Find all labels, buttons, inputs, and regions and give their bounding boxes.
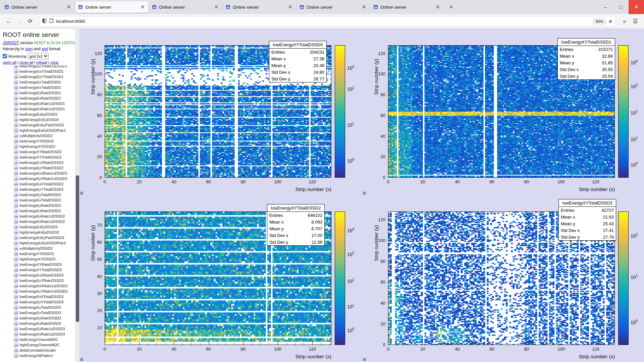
colorbar-lowEnergyXYTotalDSSD3[interactable] bbox=[618, 212, 629, 345]
tree-item-lowEnergyExXRateDSSD2[interactable]: lowEnergyExXRateDSSD2 bbox=[3, 160, 75, 165]
sidebar-scrollbar[interactable] bbox=[75, 29, 79, 362]
tree-item-lowEnergyExRate1sDSSD2[interactable]: lowEnergyExRate1sDSSD2 bbox=[3, 219, 75, 224]
tree-item-lowEnergyXYRateDSSD3[interactable]: lowEnergyXYRateDSSD3 bbox=[3, 262, 75, 267]
monitoring-checkbox[interactable] bbox=[3, 54, 7, 58]
tree-item-lowEnergyExRateDSSD3[interactable]: lowEnergyExRateDSSD3 bbox=[3, 321, 75, 326]
tree-item-lowEnergyExRateDSSD1[interactable]: lowEnergyExRateDSSD1 bbox=[3, 96, 75, 101]
menu-hamburger-icon[interactable]: ☰ bbox=[630, 16, 641, 27]
url-text[interactable]: localhost:8085 bbox=[56, 19, 591, 24]
tree-item-lowEnergyHitPattern[interactable]: lowEnergyHitPattern bbox=[3, 353, 75, 358]
json-link[interactable]: json bbox=[25, 47, 33, 51]
tree-item-highEnergyExEyDSSDPair3[interactable]: highEnergyExEyDSSDPair3 bbox=[3, 240, 75, 246]
forward-button[interactable]: → bbox=[14, 16, 25, 27]
action-link-clear[interactable]: clear bbox=[50, 60, 59, 64]
grid-splitter-handle[interactable] bbox=[363, 192, 366, 195]
tree-item-lowEnergyExEyPairDSSD3[interactable]: lowEnergyExEyPairDSSD3 bbox=[3, 235, 75, 240]
action-link-close-all[interactable]: close all bbox=[19, 60, 34, 64]
tab-close-icon[interactable]: ✕ bbox=[361, 4, 367, 10]
tree-item-lowEnergyXYDSSD2[interactable]: lowEnergyXYDSSD2 bbox=[3, 138, 75, 144]
browser-tab[interactable]: Online server✕ bbox=[149, 1, 222, 13]
tree-item-lowEnergyExRate1sDSSD1[interactable]: lowEnergyExRate1sDSSD1 bbox=[3, 106, 75, 112]
back-button[interactable]: ← bbox=[3, 16, 14, 27]
colorbar-lowEnergyXYTotalDSSD1[interactable] bbox=[618, 45, 629, 178]
tree-item-lowEnergyExTotalDSSD2[interactable]: lowEnergyExTotalDSSD2 bbox=[3, 197, 75, 203]
bookmark-star-icon[interactable]: ★ bbox=[608, 18, 613, 24]
new-tab-button[interactable]: + bbox=[445, 2, 457, 12]
zoom-level-badge[interactable]: 90% bbox=[593, 18, 606, 24]
tree-item-lowEnergyEyYRate1sDSSD1[interactable]: lowEnergyEyYRate1sDSSD1 bbox=[3, 65, 75, 69]
tree-item-lowEnergyExRate1sDSSD3[interactable]: lowEnergyExRate1sDSSD3 bbox=[3, 331, 75, 337]
action-link-open-all[interactable]: open all bbox=[3, 60, 16, 64]
tree-item-lowEnergyEyYTotalDSSD1[interactable]: lowEnergyEyYTotalDSSD1 bbox=[3, 74, 75, 79]
tree-item-lowEnergyXYRateDSSD2[interactable]: lowEnergyXYRateDSSD2 bbox=[3, 149, 75, 155]
tree-item-lowEnergyEyYRateDSSD3[interactable]: lowEnergyEyYRateDSSD3 bbox=[3, 278, 75, 283]
tree-item-lowEnergyXYTotalDSSD2[interactable]: lowEnergyXYTotalDSSD2 bbox=[3, 155, 75, 160]
tree-item-lowEnergyXYTotalDSSD3[interactable]: lowEnergyXYTotalDSSD3 bbox=[3, 267, 75, 273]
tree-item-lowEnergyEyYRate1sDSSD3[interactable]: lowEnergyEyYRate1sDSSD3 bbox=[3, 289, 75, 294]
tree-item-lowEnergyExXTotalDSSD3[interactable]: lowEnergyExXTotalDSSD3 bbox=[3, 294, 75, 299]
tab-close-icon[interactable]: ✕ bbox=[213, 4, 220, 10]
tree-item-lowEnergyExXRate1sDSSD3[interactable]: lowEnergyExXRate1sDSSD3 bbox=[3, 283, 75, 289]
tree-item-lowEnergyExEyPairDSSD2[interactable]: lowEnergyExEyPairDSSD2 bbox=[3, 122, 75, 128]
overflow-chevrons-icon[interactable]: » bbox=[619, 16, 630, 27]
browser-tab[interactable]: Online server✕ bbox=[2, 1, 75, 13]
colorbar-lowEnergyXYTotalDSSD2[interactable] bbox=[335, 212, 345, 345]
tree-item-lowEnergyEyYRateDSSD2[interactable]: lowEnergyEyYRateDSSD2 bbox=[3, 165, 75, 171]
tree-item-lowEnergyExXRate1sDSSD2[interactable]: lowEnergyExXRate1sDSSD2 bbox=[3, 171, 75, 176]
tree-item-lowEnergyEyRateDSSD3[interactable]: lowEnergyEyRateDSSD3 bbox=[3, 315, 75, 321]
browser-tab[interactable]: Online server✕ bbox=[297, 1, 370, 13]
tree-item-lowEnergyEyTotalDSSD1[interactable]: lowEnergyEyTotalDSSD1 bbox=[3, 79, 75, 85]
tree-item-lowEnergyEyRate1sDSSD2[interactable]: lowEnergyEyRate1sDSSD2 bbox=[3, 214, 75, 219]
tree-item-highEnergyChannelADC[interactable]: highEnergyChannelADC bbox=[3, 342, 75, 348]
minimize-button[interactable]: – bbox=[598, 0, 613, 14]
tab-close-icon[interactable]: ✕ bbox=[139, 4, 146, 10]
shield-icon[interactable] bbox=[42, 18, 47, 25]
colorbar-lowEnergyXYTotalDSSD0[interactable] bbox=[335, 45, 345, 178]
tree-item-xyMultiplicityDSSD2[interactable]: xyMultiplicityDSSD2 bbox=[3, 133, 75, 138]
reload-button[interactable]: ⟳ bbox=[25, 16, 36, 27]
tree-item-highEnergyExEyDSSD2[interactable]: highEnergyExEyDSSD2 bbox=[3, 117, 75, 122]
tab-close-icon[interactable]: ✕ bbox=[434, 4, 441, 10]
tree-item-lowEnergyEyYRate1sDSSD2[interactable]: lowEnergyEyYRate1sDSSD2 bbox=[3, 176, 75, 181]
tree-item-lowEnergyExTotalDSSD3[interactable]: lowEnergyExTotalDSSD3 bbox=[3, 310, 75, 315]
tree-item-lowEnergyEyTotalDSSD2[interactable]: lowEnergyEyTotalDSSD2 bbox=[3, 192, 75, 197]
sidebar-scrollbar-thumb[interactable] bbox=[76, 175, 79, 322]
tab-close-icon[interactable]: ✕ bbox=[287, 4, 293, 10]
jsroot-link[interactable]: JSROOT bbox=[3, 41, 19, 45]
browser-tab[interactable]: Online server✕ bbox=[223, 1, 296, 13]
tree-item-lowEnergyEyTotalDSSD3[interactable]: lowEnergyEyTotalDSSD3 bbox=[3, 305, 75, 310]
stats-box-lowEnergyXYTotalDSSD0[interactable]: lowEnergyXYTotalDSSD0Entries204231Mean x… bbox=[269, 41, 327, 82]
close-window-button[interactable]: ✕ bbox=[629, 0, 644, 14]
browser-tab[interactable]: Online server✕ bbox=[371, 1, 444, 13]
xml-link[interactable]: xml bbox=[42, 47, 48, 51]
tree-item-lowEnergyChannelADC[interactable]: lowEnergyChannelADC bbox=[3, 337, 75, 342]
grid-splitter-handle[interactable] bbox=[80, 192, 83, 195]
tree-item-lowEnergyEyYTotalDSSD3[interactable]: lowEnergyEyYTotalDSSD3 bbox=[3, 299, 75, 305]
tree-item-lowEnergyXYDSSD3[interactable]: lowEnergyXYDSSD3 bbox=[3, 251, 75, 256]
tree-item-highEnergyExEyDSSDPair2[interactable]: highEnergyExEyDSSDPair2 bbox=[3, 128, 75, 133]
tree-item-lowEnergyExRateDSSD2[interactable]: lowEnergyExRateDSSD2 bbox=[3, 208, 75, 214]
tree-item-lowEnergyExTotalDSSD1[interactable]: lowEnergyExTotalDSSD1 bbox=[3, 85, 75, 90]
tree-item-xyMultiplicityDSSD3[interactable]: xyMultiplicityDSSD3 bbox=[3, 246, 75, 251]
tree-item-lowEnergyExXTotalDSSD2[interactable]: lowEnergyExXTotalDSSD2 bbox=[3, 181, 75, 187]
tree-item-highEnergyExEyDSSD3[interactable]: highEnergyExEyDSSD3 bbox=[3, 230, 75, 235]
page-info-icon[interactable] bbox=[49, 18, 54, 24]
tree-item-lowEnergyEyRateDSSD1[interactable]: lowEnergyEyRateDSSD1 bbox=[3, 90, 75, 96]
stats-box-lowEnergyXYTotalDSSD3[interactable]: lowEnergyXYTotalDSSD3Entries42727Mean x2… bbox=[558, 199, 616, 241]
tree-item-lowEnergyEyRate1sDSSD1[interactable]: lowEnergyEyRate1sDSSD1 bbox=[3, 101, 75, 106]
maximize-button[interactable]: □ bbox=[613, 0, 629, 14]
tree-item-lowEnergyEyYTotalDSSD2[interactable]: lowEnergyEyYTotalDSSD2 bbox=[3, 187, 75, 192]
grid-layout-select[interactable]: grid 2x2 bbox=[28, 53, 49, 59]
tree-item-lowEnergyEyRate1sDSSD3[interactable]: lowEnergyEyRate1sDSSD3 bbox=[3, 326, 75, 331]
grid-splitter-handle[interactable] bbox=[80, 358, 83, 361]
stats-box-lowEnergyXYTotalDSSD1[interactable]: lowEnergyXYTotalDSSD1Entries315271Mean x… bbox=[557, 38, 615, 80]
tree-item-lowEnergyExEyDSSD3[interactable]: lowEnergyExEyDSSD3 bbox=[3, 224, 75, 230]
tree-item-lowEnergyExXTotalDSSD1[interactable]: lowEnergyExXTotalDSSD1 bbox=[3, 69, 75, 74]
stats-box-lowEnergyXYTotalDSSD2[interactable]: lowEnergyXYTotalDSSD2Entries646102Mean x… bbox=[267, 204, 325, 246]
tree-item-deltaCorrelationScaler[interactable]: deltaCorrelationScaler bbox=[3, 348, 75, 353]
tree-item-highEnergyXYDSSD3[interactable]: highEnergyXYDSSD3 bbox=[3, 256, 75, 262]
grid-splitter-handle[interactable] bbox=[363, 358, 366, 361]
browser-tab[interactable]: Online server✕ bbox=[75, 1, 149, 13]
tree-item-lowEnergyExXRateDSSD3[interactable]: lowEnergyExXRateDSSD3 bbox=[3, 273, 75, 278]
tab-close-icon[interactable]: ✕ bbox=[65, 4, 72, 10]
